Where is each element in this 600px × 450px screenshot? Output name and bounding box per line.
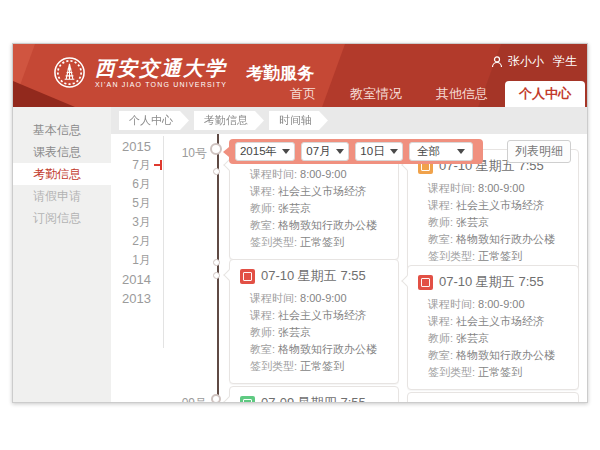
chevron-down-icon — [390, 149, 398, 154]
university-name-cn: 西安交通大学 — [95, 57, 227, 79]
filter-bar-arrow — [223, 147, 229, 157]
label-teacher: 教师: — [250, 202, 275, 214]
label-teacher: 教师: — [250, 326, 275, 338]
value-room: 格物致知行政办公楼 — [456, 233, 555, 245]
user-icon — [491, 56, 503, 68]
card-date: 07-10 星期五 7:55 — [439, 273, 544, 291]
timeline-scale: 2015 7月 6月 5月 3月 2月 1月 2014 2013 — [107, 137, 157, 308]
scale-month-jun[interactable]: 6月 — [107, 175, 151, 194]
user-role: 学生 — [553, 53, 577, 70]
timeline-node-small-2 — [213, 259, 220, 266]
month-dropdown[interactable]: 07月 — [301, 142, 349, 161]
value-signin-type: 正常签到 — [478, 250, 522, 262]
value-signin-type: 正常签到 — [478, 366, 522, 378]
day-label-09: 09号 — [153, 395, 207, 403]
label-course-time: 课程时间: — [250, 168, 297, 180]
value-course: 社会主义市场经济 — [278, 185, 366, 197]
attendance-card — [407, 392, 579, 403]
value-teacher: 张芸京 — [456, 216, 489, 228]
user-name: 张小小 — [508, 53, 544, 70]
timeline-node-day09 — [211, 394, 221, 403]
value-course: 社会主义市场经济 — [278, 309, 366, 321]
nav-other-info[interactable]: 其他信息 — [419, 81, 505, 107]
value-course-time: 8:00-9:00 — [478, 298, 524, 310]
scale-month-jan[interactable]: 1月 — [107, 251, 151, 270]
sidebar-item-schedule-info[interactable]: 课表信息 — [13, 141, 111, 163]
value-room: 格物致知行政办公楼 — [278, 219, 377, 231]
scale-month-jul[interactable]: 7月 — [107, 156, 151, 175]
timeline-node-small-3 — [213, 272, 220, 279]
active-month-marker-stub — [154, 164, 160, 166]
university-name: 西安交通大学 XI'AN JIAO TONG UNIVERSITY — [95, 57, 227, 88]
value-teacher: 张芸京 — [278, 326, 311, 338]
type-dropdown[interactable]: 全部 — [409, 142, 473, 161]
scale-axis-line — [163, 136, 164, 348]
sidebar-item-attendance-info[interactable]: 考勤信息 — [13, 163, 111, 185]
list-detail-button[interactable]: 列表明细 — [507, 140, 571, 163]
value-course-time: 8:00-9:00 — [300, 168, 346, 180]
sidebar-item-leave-request[interactable]: 请假申请 — [13, 185, 111, 207]
scale-month-may[interactable]: 5月 — [107, 194, 151, 213]
year-dropdown-value: 2015年 — [240, 144, 277, 159]
label-course: 课程: — [250, 309, 275, 321]
scale-year-2013[interactable]: 2013 — [107, 289, 151, 308]
scale-year-2015[interactable]: 2015 — [107, 137, 151, 156]
label-teacher: 教师: — [428, 216, 453, 228]
scale-month-feb[interactable]: 2月 — [107, 232, 151, 251]
nav-home[interactable]: 首页 — [273, 81, 333, 107]
chevron-down-icon — [457, 149, 465, 154]
breadcrumb-attendance-info[interactable]: 考勤信息 — [194, 111, 264, 130]
value-signin-type: 正常签到 — [300, 236, 344, 248]
attendance-card: 07-09 星期四 7:55 — [229, 386, 399, 403]
scale-month-mar[interactable]: 3月 — [107, 213, 151, 232]
breadcrumb-personal-center[interactable]: 个人中心 — [119, 111, 189, 130]
breadcrumb: 个人中心 考勤信息 时间轴 — [111, 107, 588, 134]
timeline-node-day10 — [210, 143, 222, 155]
university-logo-icon — [53, 56, 86, 89]
attendance-card: 07-10 星期五 7:55 课程时间:8:00-9:00 课程:社会主义市场经… — [229, 259, 399, 384]
value-signin-type: 正常签到 — [300, 360, 344, 372]
day-dropdown[interactable]: 10日 — [355, 142, 403, 161]
breadcrumb-timeline[interactable]: 时间轴 — [269, 111, 328, 130]
status-badge-icon — [418, 275, 433, 290]
user-info[interactable]: 张小小 学生 — [491, 53, 577, 70]
main-nav: 首页 教室情况 其他信息 个人中心 — [273, 81, 585, 107]
label-room: 教室: — [428, 349, 453, 361]
value-course-time: 8:00-9:00 — [300, 292, 346, 304]
nav-classrooms[interactable]: 教室情况 — [333, 81, 419, 107]
label-course: 课程: — [250, 185, 275, 197]
card-date: 07-09 星期四 7:55 — [261, 394, 366, 403]
status-badge-icon — [240, 396, 255, 404]
label-course-time: 课程时间: — [250, 292, 297, 304]
nav-personal-center-active[interactable]: 个人中心 — [505, 81, 585, 107]
sidebar-item-basic-info[interactable]: 基本信息 — [13, 119, 111, 141]
scale-year-2014[interactable]: 2014 — [107, 270, 151, 289]
label-course-time: 课程时间: — [428, 298, 475, 310]
app-window: 西安交通大学 XI'AN JIAO TONG UNIVERSITY 考勤服务 张… — [12, 43, 588, 403]
day-label-10: 10号 — [153, 145, 207, 162]
timeline-node-small-1 — [213, 168, 220, 175]
value-course-time: 8:00-9:00 — [478, 182, 524, 194]
label-room: 教室: — [250, 219, 275, 231]
university-name-en: XI'AN JIAO TONG UNIVERSITY — [95, 81, 227, 88]
sidebar: 基本信息 课表信息 考勤信息 请假申请 订阅信息 — [13, 107, 111, 403]
filter-bar: 2015年 07月 10日 全部 — [229, 139, 483, 164]
sidebar-item-subscription-info[interactable]: 订阅信息 — [13, 207, 111, 229]
attendance-card: 07-10 星期五 7:55 课程时间:8:00-9:00 课程:社会主义市场经… — [407, 265, 579, 390]
day-dropdown-value: 10日 — [360, 144, 384, 159]
label-course: 课程: — [428, 199, 453, 211]
chevron-down-icon — [282, 149, 290, 154]
value-teacher: 张芸京 — [456, 332, 489, 344]
attendance-card: 07-10 星期五 7:55 课程时间:8:00-9:00 课程:社会主义市场经… — [407, 149, 579, 274]
chevron-down-icon — [336, 149, 344, 154]
label-room: 教室: — [250, 343, 275, 355]
label-course-time: 课程时间: — [428, 182, 475, 194]
card-date: 07-10 星期五 7:55 — [261, 267, 366, 285]
value-room: 格物致知行政办公楼 — [278, 343, 377, 355]
value-course: 社会主义市场经济 — [456, 315, 544, 327]
month-dropdown-value: 07月 — [306, 144, 330, 159]
year-dropdown[interactable]: 2015年 — [235, 142, 295, 161]
value-teacher: 张芸京 — [278, 202, 311, 214]
value-course: 社会主义市场经济 — [456, 199, 544, 211]
label-room: 教室: — [428, 233, 453, 245]
